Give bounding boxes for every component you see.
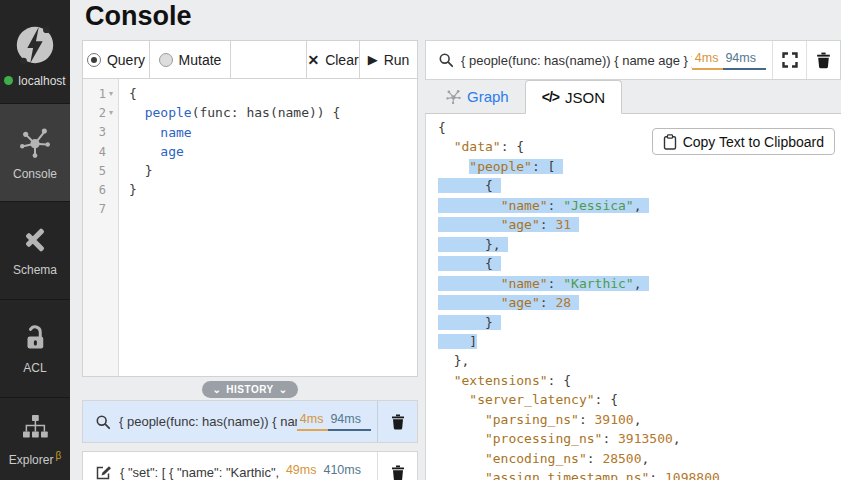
result-topbar: { people(func: has(name)) { name age } }… — [425, 40, 841, 80]
radio-unselected-icon — [159, 53, 173, 67]
query-editor[interactable]: 1▾2▾34567 { people(func: has(name)) { na… — [83, 79, 417, 376]
query-editor-gutter: 1▾2▾34567 — [83, 79, 119, 376]
radio-selected-icon — [87, 53, 101, 67]
graph-mini-icon — [446, 89, 461, 104]
tab-graph[interactable]: Graph — [430, 79, 525, 113]
sitemap-icon — [19, 412, 51, 442]
tab-json-label: JSON — [565, 89, 605, 106]
fullscreen-icon — [781, 51, 799, 69]
edit-icon — [95, 464, 112, 480]
mutate-mode-label: Mutate — [179, 52, 222, 68]
history-item-query[interactable]: { people(func: has(name)) { nam… 4ms 94m… — [82, 400, 418, 443]
result-panel: { people(func: has(name)) { name age } }… — [425, 40, 841, 480]
clear-button[interactable]: ✕ Clear — [307, 41, 360, 78]
tab-graph-label: Graph — [467, 88, 509, 105]
server-status-dot — [4, 76, 13, 85]
sidebar-item-schema[interactable]: Schema — [0, 201, 70, 299]
delete-history-item-button[interactable] — [377, 401, 417, 442]
trash-icon — [815, 51, 832, 69]
network-latency: 94ms — [328, 412, 371, 431]
graph-network-icon — [18, 125, 52, 159]
query-panel: Query Mutate ✕ Clear ▶ Run 1▾2▾34567 { p… — [82, 40, 418, 377]
server-latency: 4ms — [297, 412, 329, 431]
sidebar-item-acl[interactable]: ACL — [0, 299, 70, 397]
run-play-icon: ▶ — [368, 52, 378, 67]
sidebar-item-label: Schema — [13, 263, 57, 277]
mutate-mode-radio[interactable]: Mutate — [150, 41, 231, 78]
fullscreen-button[interactable] — [772, 41, 806, 79]
sidebar-item-label: Console — [13, 167, 57, 181]
copy-to-clipboard-button[interactable]: Copy Text to Clipboard — [652, 128, 835, 155]
dgraph-logo-icon — [12, 22, 58, 68]
server-label: localhost — [18, 74, 65, 88]
chevron-down-icon: ⌄ — [279, 384, 288, 395]
query-toolbar: Query Mutate ✕ Clear ▶ Run — [83, 41, 417, 79]
current-query-text: { people(func: has(name)) { name age } } — [461, 53, 692, 68]
page-title: Console — [85, 1, 192, 32]
sidebar-item-label: Explorerβ — [9, 450, 61, 467]
clipboard-icon — [663, 134, 677, 150]
network-latency: 94ms — [723, 51, 766, 70]
history-toggle[interactable]: ⌄ HISTORY ⌄ — [202, 381, 297, 398]
chevron-down-icon: ⌄ — [212, 384, 221, 395]
result-tabs: Graph </> JSON — [425, 80, 841, 114]
trash-icon — [390, 413, 406, 430]
server-latency: 4ms — [692, 51, 724, 70]
toolbar-spacer — [231, 41, 307, 78]
app-root: localhost Console — [0, 0, 841, 480]
code-tag-icon: </> — [542, 89, 559, 105]
trash-icon — [390, 464, 406, 480]
sidebar-item-console[interactable]: Console — [0, 103, 70, 201]
sidebar-item-explorer[interactable]: Explorerβ — [0, 397, 70, 480]
sidebar-server[interactable]: localhost — [0, 0, 70, 103]
tab-json[interactable]: </> JSON — [525, 80, 622, 114]
lock-icon — [20, 323, 50, 353]
server-latency: 49ms — [283, 463, 322, 480]
query-mode-label: Query — [107, 52, 145, 68]
history-mutation-text: { "set": [ { "name": "Karthic", "ag… — [120, 465, 283, 480]
beta-badge: β — [55, 450, 61, 461]
delete-history-item-button[interactable] — [377, 452, 417, 480]
history-pill-row: ⌄ HISTORY ⌄ — [82, 381, 418, 398]
history-query-text: { people(func: has(name)) { nam… — [119, 414, 297, 429]
delete-result-button[interactable] — [806, 41, 840, 79]
json-response-code[interactable]: { "data": { "people": [ { "name": "Jessi… — [426, 114, 841, 480]
query-editor-code: { people(func: has(name)) { name age }} — [119, 79, 340, 376]
clear-x-icon: ✕ — [307, 52, 319, 68]
history-item-mutation[interactable]: { "set": [ { "name": "Karthic", "ag… 49m… — [82, 451, 418, 480]
tools-icon — [20, 225, 50, 255]
run-button[interactable]: ▶ Run — [360, 41, 417, 78]
network-latency: 410ms — [321, 463, 371, 480]
search-icon — [95, 414, 111, 430]
json-response-panel: Copy Text to Clipboard { "data": { "peop… — [425, 114, 841, 480]
sidebar-item-label: ACL — [23, 361, 46, 375]
query-mode-radio[interactable]: Query — [83, 41, 150, 78]
search-icon — [438, 52, 454, 68]
sidebar: localhost Console — [0, 0, 70, 480]
